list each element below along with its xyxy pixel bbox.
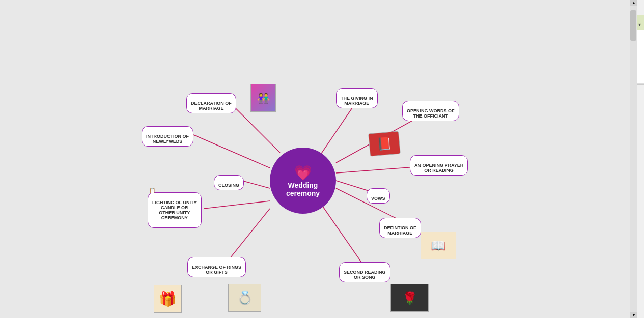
help-dropdown-icon[interactable]: ▾	[638, 22, 641, 27]
